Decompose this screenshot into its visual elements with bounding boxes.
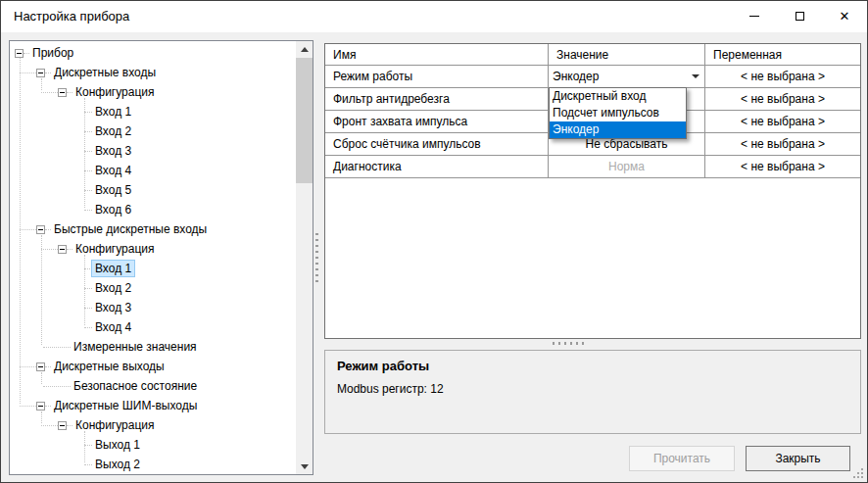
header-variable: Переменная [705,44,860,65]
param-name: Режим работы [325,66,549,87]
tree-item-discrete-outputs[interactable]: Дискретные выходы [10,357,295,376]
dropdown-option-pulse-count[interactable]: Подсчет импульсов [550,105,686,121]
tree: Прибор Дискретные входы Конфигурация Вхо… [10,43,295,474]
tree-connector [41,425,58,426]
tree-item-fast-input-2[interactable]: Вход 2 [10,278,295,298]
description-title: Режим работы [337,359,848,373]
param-variable[interactable]: < не выбрана > [705,133,860,155]
param-value-cell: Норма [549,156,705,177]
tree-expander-icon[interactable] [36,225,45,234]
tree-item-discrete-inputs[interactable]: Дискретные входы [10,63,295,82]
minimize-button[interactable] [732,1,777,31]
tree-expander-icon[interactable] [36,362,45,371]
dropdown-option-encoder-selected[interactable]: Энкодер [550,121,686,138]
maximize-button[interactable] [777,1,822,31]
window-title: Настройка прибора [14,9,129,24]
tree-connector [84,445,92,446]
scroll-up-icon [301,47,309,52]
scroll-down-button[interactable] [296,459,313,474]
tree-connector [20,72,36,73]
tree-connector [41,249,58,250]
scroll-down-icon [301,464,309,469]
tree-expander-icon[interactable] [58,421,67,430]
tree-connector [84,112,92,113]
tree-item-fast-discrete-inputs[interactable]: Быстрые дискретные входы [10,219,295,239]
vertical-splitter[interactable] [315,233,318,286]
device-settings-window: Настройка прибора ✕ Прибор Дискретные вх… [0,0,868,483]
tree-connector [20,229,36,230]
mode-combobox[interactable]: Энкодер [549,66,704,87]
device-tree-panel: Прибор Дискретные входы Конфигурация Вхо… [9,40,313,475]
tree-connector [84,327,92,328]
tree-expander-icon[interactable] [15,49,24,58]
tree-item-input-2[interactable]: Вход 2 [10,121,295,141]
combobox-value: Энкодер [549,70,687,83]
tree-item-measured-values[interactable]: Измеренные значения [10,337,295,357]
titlebar: Настройка прибора ✕ [1,1,867,32]
tree-scrollbar[interactable] [296,41,313,474]
close-button[interactable]: ✕ [822,1,867,31]
tree-connector [84,131,92,132]
grid-header-row: Имя Значение Переменная [325,44,860,66]
param-variable[interactable]: < не выбрана > [705,88,860,110]
tree-item-configuration-pwm[interactable]: Конфигурация [10,415,295,435]
tree-connector [43,347,71,348]
description-panel: Режим работы Modbus регистр: 12 [324,350,861,434]
tree-connector [41,92,58,93]
tree-item-configuration-fast[interactable]: Конфигурация [10,239,295,259]
tree-item-fast-input-3[interactable]: Вход 3 [10,298,295,317]
tree-connector [84,170,92,171]
tree-item-input-3[interactable]: Вход 3 [10,141,295,161]
tree-connector [84,308,92,309]
param-name: Диагностика [325,156,549,177]
header-value: Значение [549,44,705,65]
tree-item-input-5[interactable]: Вход 5 [10,180,295,200]
grid-row-diagnostics: Диагностика Норма < не выбрана > [325,156,860,178]
dropdown-option-discrete-input[interactable]: Дискретный вход [550,88,686,105]
tree-item-device[interactable]: Прибор [10,43,295,63]
tree-item-pwm-outputs[interactable]: Дискретные ШИМ-выходы [10,396,295,415]
close-icon: ✕ [840,10,850,23]
tree-expander-icon[interactable] [58,88,67,97]
tree-item-input-4[interactable]: Вход 4 [10,161,295,180]
scroll-up-button[interactable] [296,41,313,57]
description-modbus-register: Modbus регистр: 12 [337,382,848,396]
tree-item-input-1[interactable]: Вход 1 [10,102,295,121]
tree-item-output-2[interactable]: Выход 2 [10,455,295,474]
header-name: Имя [325,44,549,65]
tree-connector [84,268,92,269]
tree-item-fast-input-4[interactable]: Вход 4 [10,317,295,337]
horizontal-splitter[interactable] [553,342,588,345]
param-name: Сброс счётчика импульсов [325,133,549,155]
scrollbar-thumb[interactable] [296,58,313,183]
param-name: Фронт захвата импульса [325,111,549,132]
param-variable[interactable]: < не выбрана > [705,111,860,132]
tree-expander-icon[interactable] [36,69,45,77]
tree-connector [20,406,36,407]
tree-connector [20,366,36,367]
tree-connector [43,386,71,387]
grid-row-mode: Режим работы Энкодер < не выбрана > [325,66,860,88]
close-dialog-button[interactable]: Закрыть [746,446,850,471]
tree-expander-icon[interactable] [58,245,67,254]
tree-item-safe-state[interactable]: Безопасное состояние [10,376,295,396]
resize-grip[interactable] [853,468,863,478]
combobox-dropdown-button[interactable] [687,74,704,78]
maximize-icon [796,12,804,21]
param-name: Фильтр антидребезга [325,88,549,110]
tree-connector [84,210,92,211]
tree-item-output-1[interactable]: Выход 1 [10,435,295,455]
param-variable[interactable]: < не выбрана > [705,66,860,87]
tree-connector [84,151,92,152]
tree-connector [84,190,92,191]
tree-expander-icon[interactable] [36,402,45,411]
tree-item-fast-input-1-selected[interactable]: Вход 1 [10,259,295,278]
tree-item-input-6[interactable]: Вход 6 [10,200,295,219]
param-variable[interactable]: < не выбрана > [705,156,860,177]
tree-connector [84,288,92,289]
param-value-cell: Энкодер [549,66,705,87]
read-button[interactable]: Прочитать [629,446,735,471]
minimize-icon [749,16,759,17]
tree-item-configuration[interactable]: Конфигурация [10,82,295,102]
mode-dropdown-list: Дискретный вход Подсчет импульсов Энкоде… [549,87,687,139]
